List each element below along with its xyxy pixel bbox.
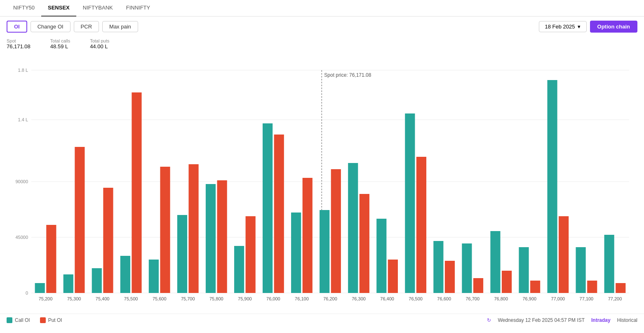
put-oi-legend: Put OI (40, 317, 62, 323)
svg-rect-73 (616, 283, 625, 293)
svg-rect-28 (188, 164, 198, 293)
total-calls-stat: Total calls 48.59 L (50, 38, 70, 50)
intraday-link[interactable]: Intraday (591, 317, 611, 323)
svg-rect-39 (291, 213, 301, 293)
svg-rect-43 (331, 169, 341, 293)
svg-rect-58 (473, 278, 483, 293)
svg-rect-48 (376, 219, 386, 293)
svg-text:Spot price: 76,171.08: Spot price: 76,171.08 (324, 72, 371, 78)
max-pain-button[interactable]: Max pain (102, 21, 138, 32)
svg-rect-27 (177, 215, 187, 293)
svg-rect-55 (445, 261, 455, 293)
svg-rect-19 (103, 188, 113, 293)
footer-right: ↻ Wednesday 12 Feb 2025 04:57 PM IST Int… (487, 317, 637, 323)
svg-rect-72 (604, 235, 614, 293)
svg-text:76,300: 76,300 (352, 296, 366, 301)
svg-text:90000: 90000 (15, 179, 28, 184)
svg-text:0: 0 (26, 290, 28, 295)
svg-rect-22 (132, 92, 141, 293)
total-puts-value: 44.00 L (90, 43, 109, 50)
svg-text:75,400: 75,400 (96, 296, 110, 301)
svg-rect-49 (388, 260, 398, 293)
chevron-down-icon: ▾ (578, 24, 581, 30)
svg-rect-30 (206, 184, 216, 293)
chart-container: 045000900001.4 L1.8 LSpot price: 76,171.… (0, 54, 644, 314)
svg-rect-46 (360, 194, 369, 293)
svg-text:76,600: 76,600 (437, 296, 451, 301)
svg-rect-54 (433, 241, 443, 293)
refresh-icon: ↻ (487, 317, 491, 323)
svg-rect-24 (149, 260, 159, 293)
svg-rect-61 (502, 271, 512, 293)
put-oi-swatch (40, 317, 46, 323)
svg-rect-15 (63, 274, 73, 293)
svg-rect-33 (234, 246, 244, 293)
svg-rect-70 (587, 281, 597, 293)
svg-rect-40 (303, 178, 313, 293)
option-chain-button[interactable]: Option chain (590, 21, 637, 33)
svg-text:77,000: 77,000 (551, 296, 565, 301)
svg-rect-37 (274, 135, 284, 293)
spot-label: Spot (7, 38, 31, 43)
footer: Call OI Put OI ↻ Wednesday 12 Feb 2025 0… (0, 314, 644, 326)
spot-stat: Spot 76,171.08 (7, 38, 31, 50)
svg-text:45000: 45000 (15, 235, 28, 240)
spot-value: 76,171.08 (7, 43, 31, 50)
svg-text:75,500: 75,500 (124, 296, 138, 301)
pcr-button[interactable]: PCR (74, 21, 99, 32)
svg-rect-69 (576, 247, 586, 293)
total-puts-stat: Total puts 44.00 L (90, 38, 109, 50)
svg-rect-21 (120, 256, 130, 293)
svg-text:75,600: 75,600 (153, 296, 167, 301)
nav-tab-nifty50[interactable]: NIFTY50 (7, 0, 41, 17)
svg-text:76,400: 76,400 (380, 296, 394, 301)
svg-rect-25 (160, 167, 170, 293)
svg-rect-34 (246, 216, 256, 293)
svg-rect-36 (263, 123, 273, 293)
svg-rect-60 (490, 231, 500, 293)
change-oi-button[interactable]: Change OI (31, 21, 71, 32)
svg-rect-13 (46, 225, 56, 293)
top-nav: NIFTY50 SENSEX NIFTYBANK FINNIFTY (0, 0, 644, 17)
svg-rect-57 (462, 243, 472, 293)
svg-text:76,100: 76,100 (295, 296, 309, 301)
nav-tab-sensex[interactable]: SENSEX (41, 0, 76, 17)
svg-text:75,700: 75,700 (181, 296, 195, 301)
svg-rect-52 (416, 157, 426, 293)
svg-rect-31 (217, 180, 227, 293)
svg-rect-12 (35, 283, 45, 293)
nav-tab-finnifty[interactable]: FINNIFTY (120, 0, 157, 17)
svg-rect-64 (530, 281, 540, 293)
oi-chart: 045000900001.4 L1.8 LSpot price: 76,171.… (7, 58, 637, 314)
nav-tab-niftybank[interactable]: NIFTYBANK (76, 0, 120, 17)
total-puts-label: Total puts (90, 38, 109, 43)
svg-text:1.8 L: 1.8 L (18, 68, 28, 73)
svg-text:75,200: 75,200 (39, 296, 53, 301)
stats-row: Spot 76,171.08 Total calls 48.59 L Total… (0, 37, 644, 54)
svg-rect-67 (559, 216, 569, 293)
call-oi-swatch (7, 317, 12, 323)
total-calls-label: Total calls (50, 38, 70, 43)
svg-rect-45 (348, 163, 358, 293)
call-oi-legend: Call OI (7, 317, 30, 323)
svg-text:77,100: 77,100 (580, 296, 594, 301)
svg-text:76,800: 76,800 (494, 296, 508, 301)
svg-text:76,000: 76,000 (266, 296, 280, 301)
date-picker-button[interactable]: 18 Feb 2025 ▾ (539, 21, 587, 32)
svg-rect-63 (519, 247, 529, 293)
svg-text:76,200: 76,200 (323, 296, 337, 301)
svg-text:76,900: 76,900 (523, 296, 537, 301)
oi-button[interactable]: OI (7, 21, 27, 33)
timestamp: Wednesday 12 Feb 2025 04:57 PM IST (498, 317, 585, 323)
svg-text:76,700: 76,700 (465, 296, 479, 301)
total-calls-value: 48.59 L (50, 43, 70, 50)
svg-rect-16 (75, 147, 85, 293)
historical-link[interactable]: Historical (617, 317, 637, 323)
call-oi-label: Call OI (15, 317, 30, 323)
toolbar: OI Change OI PCR Max pain 18 Feb 2025 ▾ … (0, 17, 644, 37)
svg-rect-42 (320, 210, 329, 293)
svg-text:75,300: 75,300 (67, 296, 81, 301)
svg-text:1.4 L: 1.4 L (18, 117, 28, 122)
svg-text:75,900: 75,900 (238, 296, 252, 301)
svg-rect-66 (547, 80, 557, 293)
